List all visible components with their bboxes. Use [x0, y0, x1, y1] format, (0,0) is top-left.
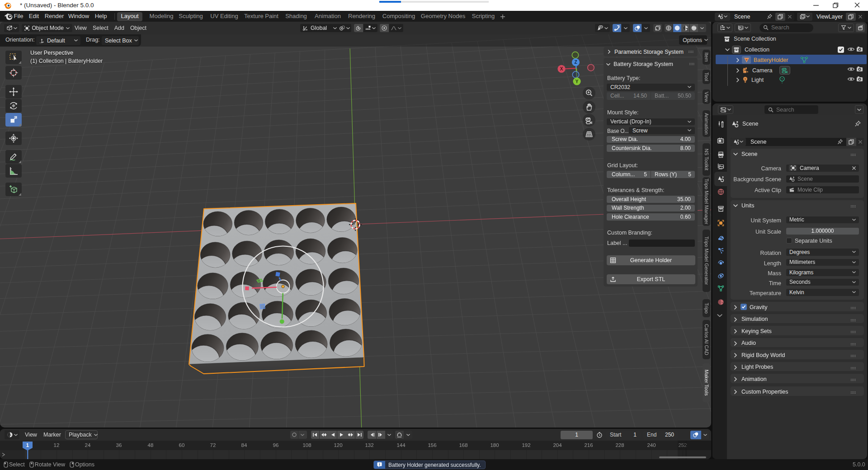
svg-text:X: X [560, 66, 563, 71]
svg-text:Z: Z [574, 60, 577, 65]
svg-text:Y: Y [576, 79, 579, 84]
svg-text:1: 1 [26, 442, 29, 448]
